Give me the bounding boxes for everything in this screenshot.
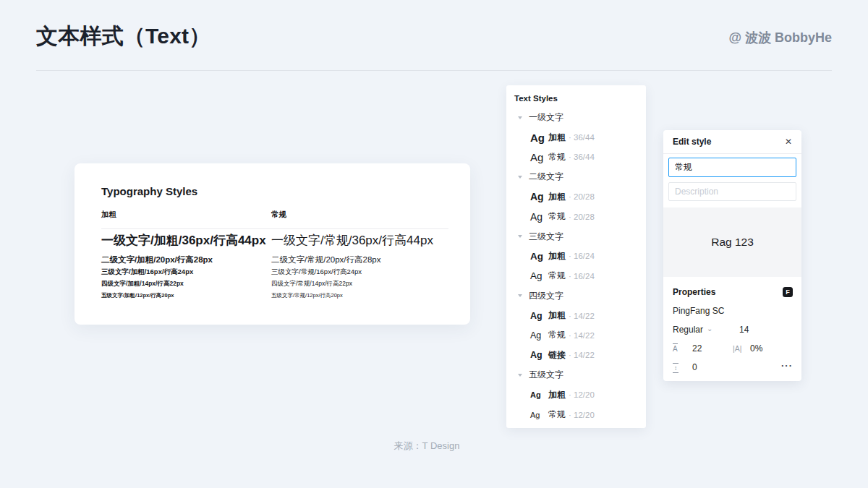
- style-meta: · 36/44: [569, 153, 595, 161]
- card-divider: [101, 228, 448, 229]
- text-styles-panel-title: Text Styles: [514, 94, 558, 103]
- type-sample-regular: 三级文字/常规/16px/行高24px: [271, 267, 362, 276]
- properties-header: Properties F: [673, 286, 793, 297]
- font-weight-value: Regular: [673, 325, 703, 335]
- properties-title: Properties: [673, 287, 715, 297]
- source-note: 来源：T Design: [0, 440, 854, 453]
- style-sample-ag: Ag: [530, 132, 548, 144]
- style-sample-ag: Ag: [530, 330, 548, 341]
- style-name-input[interactable]: [668, 158, 796, 177]
- style-item[interactable]: Ag 常规 · 20/28: [506, 207, 646, 226]
- chevron-down-icon[interactable]: [518, 176, 522, 179]
- style-name: 常规: [548, 210, 566, 223]
- font-size-value[interactable]: 14: [739, 325, 749, 335]
- style-preview-text: Rag 123: [711, 236, 754, 249]
- author-credit: @ 波波 BobbyHe: [728, 29, 832, 46]
- style-meta: · 14/22: [569, 312, 595, 320]
- style-item[interactable]: Ag 常规 · 14/22: [506, 325, 646, 345]
- style-sample-ag: Ag: [530, 191, 548, 202]
- style-sample-ag: Ag: [530, 350, 548, 360]
- style-group-level4[interactable]: 四级文字: [506, 286, 646, 306]
- paragraph-spacing-value[interactable]: 0: [692, 362, 697, 373]
- line-height-value[interactable]: 22: [692, 343, 702, 354]
- style-group-level2[interactable]: 二级文字: [506, 167, 646, 187]
- style-name: 链接: [548, 349, 566, 361]
- style-group-label: 五级文字: [529, 369, 563, 381]
- chevron-down-icon: ⌄: [707, 325, 712, 333]
- edit-style-title: Edit style: [673, 137, 711, 147]
- style-meta: · 20/28: [569, 192, 595, 201]
- style-sample-ag: Ag: [530, 211, 548, 223]
- font-family-row[interactable]: PingFang SC: [673, 306, 793, 317]
- style-meta: · 14/22: [569, 351, 595, 359]
- letter-spacing-icon: |A|: [733, 343, 741, 354]
- type-sample-regular: 五级文字/常规/12px/行高20px: [271, 292, 343, 299]
- font-badge-icon[interactable]: F: [783, 287, 793, 297]
- paragraph-spacing-row: ↕ 0 ···: [673, 362, 793, 373]
- style-group-label: 二级文字: [529, 171, 563, 183]
- line-height-icon: A: [673, 343, 678, 354]
- style-meta: · 16/24: [569, 272, 595, 281]
- type-sample-bold: 一级文字/加粗/36px/行高44px: [101, 233, 266, 249]
- font-weight-row: Regular⌄ 14: [673, 325, 793, 335]
- type-sample-bold: 二级文字/加粗/20px/行高28px: [101, 254, 213, 265]
- style-item[interactable]: Ag 常规 · 12/20: [506, 405, 646, 424]
- style-group-label: 一级文字: [529, 111, 563, 124]
- style-meta: · 36/44: [569, 133, 595, 142]
- style-meta: · 12/20: [569, 411, 595, 419]
- typography-card-title: Typography Styles: [101, 185, 197, 197]
- style-preview: Rag 123: [663, 207, 801, 277]
- type-sample-regular: 四级文字/常规/14px/行高22px: [271, 280, 352, 288]
- style-item[interactable]: Ag 加粗 · 16/24: [506, 247, 646, 266]
- chevron-down-icon[interactable]: [518, 235, 522, 238]
- style-name: 加粗: [548, 309, 566, 322]
- chevron-down-icon[interactable]: [518, 374, 522, 377]
- style-item[interactable]: Ag 常规 · 36/44: [506, 147, 646, 167]
- style-name: 加粗: [548, 250, 566, 262]
- chevron-down-icon[interactable]: [518, 294, 522, 297]
- font-weight-select[interactable]: Regular⌄: [673, 325, 712, 335]
- chevron-down-icon[interactable]: [518, 116, 522, 119]
- type-sample-bold: 四级文字/加粗/14px/行高22px: [101, 280, 184, 288]
- column-header-regular: 常规: [271, 210, 286, 220]
- style-meta: · 16/24: [569, 252, 595, 260]
- text-styles-panel: Text Styles 一级文字 Ag 加粗 · 36/44 Ag 常规 · 3…: [506, 85, 646, 428]
- style-group-level1[interactable]: 一级文字: [506, 108, 646, 127]
- style-meta: · 14/22: [569, 331, 595, 340]
- style-group-label: 三级文字: [529, 231, 563, 243]
- style-item[interactable]: Ag 加粗 · 36/44: [506, 127, 646, 147]
- close-icon[interactable]: ✕: [785, 137, 792, 147]
- style-item[interactable]: Ag 链接 · 14/22: [506, 346, 646, 365]
- type-sample-bold: 三级文字/加粗/16px/行高24px: [101, 267, 193, 276]
- type-sample-regular: 二级文字/常规/20px/行高28px: [271, 254, 380, 265]
- edit-style-panel: Edit style ✕ Rag 123 Properties F PingFa…: [663, 130, 801, 381]
- column-header-bold: 加粗: [101, 210, 116, 220]
- style-meta: · 12/20: [569, 390, 595, 399]
- style-name: 加粗: [548, 191, 566, 203]
- page: 文本样式（Text） @ 波波 BobbyHe Typography Style…: [0, 0, 868, 488]
- style-item[interactable]: Ag 加粗 · 14/22: [506, 306, 646, 325]
- style-sample-ag: Ag: [530, 270, 548, 281]
- style-group-level3[interactable]: 三级文字: [506, 226, 646, 246]
- spacing-row: A 22 |A| 0%: [673, 343, 793, 354]
- style-group-label: 四级文字: [529, 290, 563, 302]
- style-sample-ag: Ag: [530, 251, 548, 262]
- font-family-value[interactable]: PingFang SC: [673, 306, 724, 317]
- style-name: 常规: [548, 408, 566, 421]
- letter-spacing-value[interactable]: 0%: [750, 343, 762, 354]
- style-description-input[interactable]: [668, 182, 796, 201]
- style-group-level5[interactable]: 五级文字: [506, 365, 646, 385]
- style-sample-ag: Ag: [530, 411, 548, 419]
- more-options-icon[interactable]: ···: [781, 360, 793, 371]
- style-sample-ag: Ag: [530, 311, 548, 321]
- text-styles-list: 一级文字 Ag 加粗 · 36/44 Ag 常规 · 36/44 二级文字 Ag…: [506, 108, 646, 424]
- style-sample-ag: Ag: [530, 151, 548, 163]
- style-item[interactable]: Ag 常规 · 16/24: [506, 266, 646, 286]
- style-item[interactable]: Ag 加粗 · 12/20: [506, 385, 646, 404]
- edit-style-header: Edit style ✕: [663, 130, 801, 154]
- header-divider: [36, 70, 832, 71]
- paragraph-spacing-icon: ↕: [673, 362, 678, 373]
- style-name: 常规: [548, 270, 566, 282]
- typography-card: Typography Styles 加粗 常规 一级文字/加粗/36px/行高4…: [75, 163, 470, 325]
- style-item[interactable]: Ag 加粗 · 20/28: [506, 187, 646, 207]
